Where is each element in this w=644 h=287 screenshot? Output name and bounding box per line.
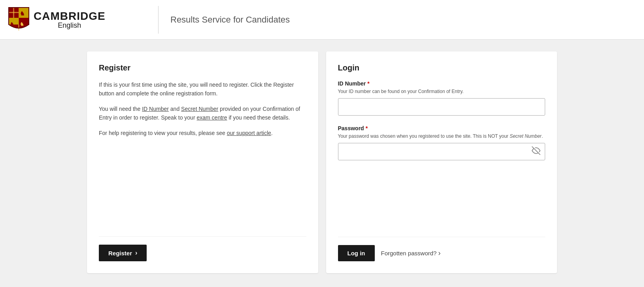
- login-card: Login ID Number * Your ID number can be …: [326, 51, 557, 273]
- id-number-input[interactable]: [338, 98, 546, 116]
- login-title: Login: [338, 63, 546, 72]
- password-toggle-button[interactable]: [532, 146, 540, 157]
- register-card: Register If this is your first time usin…: [87, 51, 318, 273]
- cambridge-name: CAMBRIDGE: [34, 11, 106, 22]
- login-button[interactable]: Log in: [338, 245, 375, 261]
- id-number-field-group: ID Number * Your ID number can be found …: [338, 80, 546, 116]
- password-hint: Your password was chosen when you regist…: [338, 133, 546, 140]
- register-paragraph-2: You will need the ID Number and Secret N…: [99, 105, 306, 122]
- login-button-label: Log in: [347, 250, 365, 257]
- password-field-group: Password * Your password was chosen when…: [338, 125, 546, 160]
- login-card-body: Login ID Number * Your ID number can be …: [338, 63, 546, 229]
- register-chevron-icon: ›: [135, 249, 137, 257]
- id-number-label: ID Number *: [338, 80, 546, 87]
- forgotten-chevron-icon: ›: [438, 249, 440, 257]
- register-card-footer: Register ›: [99, 236, 306, 261]
- password-input[interactable]: [338, 143, 546, 160]
- register-title: Register: [99, 63, 306, 72]
- id-number-link[interactable]: ID Number: [142, 106, 169, 112]
- register-paragraph-1: If this is your first time using the sit…: [99, 80, 306, 98]
- eye-slash-icon: [532, 146, 540, 155]
- password-required: *: [366, 125, 368, 131]
- id-number-hint: Your ID number can be found on your Conf…: [338, 88, 546, 95]
- page-title: Results Service for Candidates: [170, 15, 290, 25]
- page-header: ♞ ♞ ♞ CAMBRIDGE English Results Service …: [0, 0, 644, 40]
- id-number-required: *: [367, 80, 369, 87]
- cambridge-text: CAMBRIDGE English: [34, 11, 106, 29]
- password-label-text: Password: [338, 125, 364, 131]
- password-wrapper: [338, 143, 546, 160]
- register-button[interactable]: Register ›: [99, 245, 147, 261]
- cambridge-shield-icon: ♞ ♞ ♞: [8, 7, 30, 32]
- header-divider: [158, 6, 159, 34]
- register-paragraph-3: For help registering to view your result…: [99, 129, 306, 137]
- forgotten-password-text: Forgotten password?: [381, 250, 437, 257]
- svg-text:♞: ♞: [20, 21, 24, 27]
- logo-section: ♞ ♞ ♞ CAMBRIDGE English: [0, 7, 158, 32]
- register-button-label: Register: [108, 250, 132, 257]
- svg-rect-7: [9, 12, 19, 13]
- svg-text:♞: ♞: [20, 10, 25, 17]
- secret-number-link[interactable]: Secret Number: [181, 106, 218, 112]
- login-card-footer: Log in Forgotten password? ›: [338, 237, 546, 261]
- cambridge-sub: English: [34, 22, 106, 29]
- forgotten-password-link[interactable]: Forgotten password? ›: [381, 249, 441, 257]
- register-card-body: Register If this is your first time usin…: [99, 63, 306, 228]
- main-content: Register If this is your first time usin…: [0, 40, 644, 285]
- exam-centre-link[interactable]: exam centre: [196, 114, 227, 121]
- support-article-link[interactable]: our support article: [227, 130, 271, 136]
- password-label: Password *: [338, 125, 546, 131]
- id-number-label-text: ID Number: [338, 80, 366, 87]
